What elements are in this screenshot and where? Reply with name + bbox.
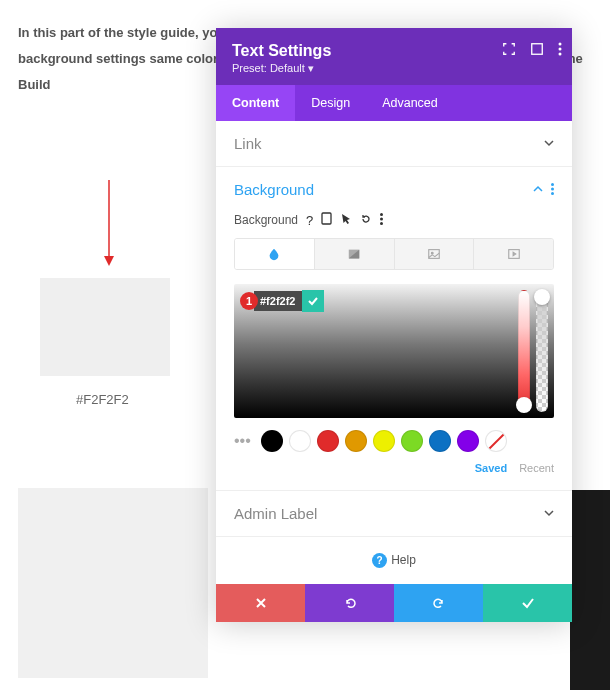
hover-icon[interactable] — [340, 213, 352, 228]
bg-tab-gradient[interactable] — [314, 239, 394, 269]
hue-handle[interactable] — [516, 397, 532, 413]
tablet-icon[interactable] — [321, 212, 332, 228]
swatch-purple[interactable] — [457, 430, 479, 452]
svg-point-6 — [551, 183, 554, 186]
section-background: Background Background ? — [216, 167, 572, 491]
bg-label: Background — [234, 213, 298, 227]
swatch-green[interactable] — [401, 430, 423, 452]
saved-colors-link[interactable]: Saved — [475, 462, 507, 474]
modal-footer — [216, 584, 572, 622]
step-badge: 1 — [240, 292, 258, 310]
swatch-none[interactable] — [485, 430, 507, 452]
bg-tab-color[interactable] — [235, 239, 314, 269]
section-admin-label-title: Admin Label — [234, 505, 317, 522]
tab-content[interactable]: Content — [216, 85, 295, 121]
arrow-down-icon — [102, 180, 116, 270]
section-link-title: Link — [234, 135, 262, 152]
swatch-black[interactable] — [261, 430, 283, 452]
alpha-slider[interactable] — [536, 290, 548, 412]
swatch-orange[interactable] — [345, 430, 367, 452]
swatch-yellow-green[interactable] — [373, 430, 395, 452]
tab-advanced[interactable]: Advanced — [366, 85, 454, 121]
svg-point-12 — [380, 222, 383, 225]
help-badge-icon: ? — [372, 553, 387, 568]
dark-block — [570, 490, 610, 690]
swatch-blue[interactable] — [429, 430, 451, 452]
help-text: Help — [391, 553, 416, 567]
alpha-handle[interactable] — [534, 289, 550, 305]
reset-icon[interactable] — [360, 213, 372, 228]
gray-block — [18, 488, 208, 678]
svg-point-4 — [559, 48, 562, 51]
background-option-row: Background ? — [234, 212, 554, 228]
chevron-down-icon — [544, 507, 554, 521]
bg-tab-video[interactable] — [473, 239, 553, 269]
color-picker[interactable]: 1 — [234, 284, 554, 474]
section-background-head[interactable]: Background — [216, 167, 572, 212]
bg-type-tabs — [234, 238, 554, 270]
kebab-menu-icon[interactable] — [558, 42, 562, 59]
save-button[interactable] — [483, 584, 572, 622]
tab-design[interactable]: Design — [295, 85, 366, 121]
swatch-red[interactable] — [317, 430, 339, 452]
modal-preset[interactable]: Preset: Default ▾ — [232, 62, 556, 75]
svg-point-10 — [380, 213, 383, 216]
cancel-button[interactable] — [216, 584, 305, 622]
modal-header: Text Settings Preset: Default ▾ — [216, 28, 572, 85]
svg-point-15 — [431, 252, 433, 254]
modal-tabs: Content Design Advanced — [216, 85, 572, 121]
saturation-area[interactable]: 1 — [234, 284, 554, 418]
help-row[interactable]: ?Help — [216, 537, 572, 584]
hue-slider[interactable] — [518, 290, 530, 412]
section-admin-label[interactable]: Admin Label — [216, 491, 572, 537]
section-kebab-icon[interactable] — [551, 182, 554, 198]
palette-row: ••• — [234, 430, 554, 452]
section-link[interactable]: Link — [216, 121, 572, 167]
redo-button[interactable] — [394, 584, 483, 622]
color-swatch-preview — [40, 278, 170, 376]
help-icon[interactable]: ? — [306, 213, 313, 228]
svg-rect-9 — [322, 213, 331, 224]
hex-confirm-button[interactable] — [302, 290, 324, 312]
svg-rect-2 — [532, 44, 543, 55]
palette-more-icon[interactable]: ••• — [234, 432, 251, 450]
svg-point-3 — [559, 43, 562, 46]
svg-point-7 — [551, 187, 554, 190]
chevron-down-icon — [544, 137, 554, 151]
chevron-up-icon — [533, 183, 543, 197]
svg-point-11 — [380, 217, 383, 220]
focus-icon[interactable] — [502, 42, 516, 59]
swatch-hex-label: #F2F2F2 — [76, 392, 129, 407]
svg-point-5 — [559, 53, 562, 56]
text-settings-modal: Text Settings Preset: Default ▾ Content … — [216, 28, 572, 622]
undo-button[interactable] — [305, 584, 394, 622]
options-kebab-icon[interactable] — [380, 213, 383, 228]
section-background-title: Background — [234, 181, 314, 198]
svg-marker-1 — [104, 256, 114, 266]
expand-icon[interactable] — [530, 42, 544, 59]
svg-point-8 — [551, 192, 554, 195]
hex-input[interactable] — [254, 291, 302, 311]
swatch-white[interactable] — [289, 430, 311, 452]
recent-colors-link[interactable]: Recent — [519, 462, 554, 474]
bg-tab-image[interactable] — [394, 239, 474, 269]
